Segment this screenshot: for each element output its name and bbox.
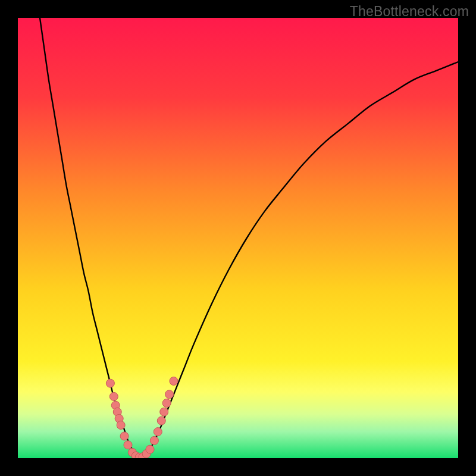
data-marker [117, 421, 125, 430]
data-marker [157, 416, 165, 425]
chart-frame: TheBottleneck.com [0, 0, 476, 476]
data-marker [162, 399, 171, 408]
watermark-text: TheBottleneck.com [350, 4, 469, 20]
data-marker [106, 379, 114, 387]
data-marker [120, 432, 129, 440]
data-marker [124, 441, 132, 449]
data-markers [106, 377, 178, 459]
data-marker [150, 436, 158, 444]
bottleneck-curve [40, 18, 458, 458]
plot-area [18, 18, 458, 458]
data-marker [170, 377, 178, 386]
data-marker [146, 445, 154, 453]
data-marker [109, 392, 118, 400]
curve-layer [18, 18, 458, 458]
data-marker [160, 408, 168, 416]
data-marker [165, 390, 174, 399]
data-marker [154, 428, 162, 436]
